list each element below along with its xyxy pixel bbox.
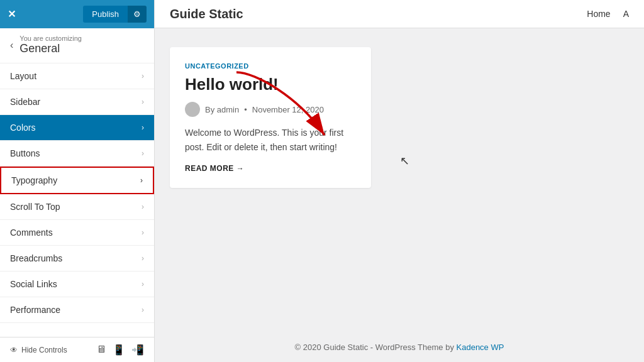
cursor: ↖: [400, 154, 409, 168]
context-subtitle: You are customizing: [19, 35, 82, 42]
context-title: General: [19, 42, 82, 55]
sidebar-item-label: Social Links: [10, 279, 57, 289]
sidebar-navigation: Layout›Sidebar›Colors›Buttons›Typography…: [0, 63, 154, 337]
publish-settings-button[interactable]: ⚙: [128, 6, 147, 23]
chevron-right-icon: ›: [142, 123, 144, 132]
sidebar-item-sidebar[interactable]: Sidebar›: [0, 89, 154, 115]
footer-link[interactable]: Kadence WP: [457, 343, 504, 352]
hide-controls-label: Hide Controls: [21, 346, 67, 354]
post-date: November 12, 2020: [252, 105, 324, 114]
desktop-icon[interactable]: 🖥: [96, 344, 106, 356]
post-excerpt: Welcome to WordPress. This is your first…: [185, 126, 356, 154]
site-title: Guide Static: [170, 7, 243, 21]
sidebar-item-performance[interactable]: Performance›: [0, 297, 154, 323]
hide-controls-button[interactable]: 👁 Hide Controls: [10, 346, 67, 354]
sidebar-item-scroll-to-top[interactable]: Scroll To Top›: [0, 194, 154, 220]
sidebar-item-breadcrumbs[interactable]: Breadcrumbs›: [0, 246, 154, 272]
main-navigation: Home A: [587, 9, 629, 19]
eye-icon: 👁: [10, 346, 18, 354]
sidebar: ✕ Publish ⚙ ‹ You are customizing Genera…: [0, 0, 155, 362]
main-footer: © 2020 Guide Static - WordPress Theme by…: [155, 332, 644, 362]
chevron-right-icon: ›: [142, 305, 144, 314]
view-icons: 🖥 📱 📲: [96, 344, 144, 356]
chevron-right-icon: ›: [142, 72, 144, 80]
chevron-right-icon: ›: [142, 97, 144, 106]
main-content-area: Guide Static Home A UNCATEGORIZED Hello …: [155, 0, 644, 362]
footer-copyright: © 2020 Guide Static - WordPress Theme by: [295, 343, 457, 352]
main-content: UNCATEGORIZED Hello world! By admin • No…: [155, 28, 644, 332]
sidebar-item-label: Scroll To Top: [10, 202, 60, 212]
chevron-right-icon: ›: [142, 228, 144, 237]
sidebar-item-social-links[interactable]: Social Links›: [0, 272, 154, 297]
sidebar-item-label: Performance: [10, 305, 60, 315]
post-author: By admin: [205, 105, 239, 114]
sidebar-item-label: Layout: [10, 71, 36, 81]
sidebar-item-label: Sidebar: [10, 97, 40, 107]
sidebar-item-label: Buttons: [10, 148, 40, 158]
nav-home[interactable]: Home: [587, 9, 610, 19]
post-title: Hello world!: [185, 75, 356, 94]
chevron-right-icon: ›: [142, 280, 144, 288]
avatar: [185, 102, 200, 117]
main-header: Guide Static Home A: [155, 0, 644, 28]
tablet-icon[interactable]: 📱: [113, 344, 125, 356]
chevron-right-icon: ›: [142, 202, 144, 211]
nav-a[interactable]: A: [623, 9, 629, 19]
post-meta: By admin • November 12, 2020: [185, 102, 356, 117]
chevron-right-icon: ›: [142, 149, 144, 158]
sidebar-item-label: Breadcrumbs: [10, 253, 62, 263]
post-category: UNCATEGORIZED: [185, 62, 356, 70]
sidebar-item-label: Colors: [10, 123, 35, 133]
mobile-icon[interactable]: 📲: [131, 344, 144, 356]
chevron-right-icon: ›: [140, 176, 143, 185]
read-more-link[interactable]: READ MORE →: [185, 164, 356, 173]
chevron-right-icon: ›: [142, 254, 144, 263]
sidebar-header: ✕ Publish ⚙: [0, 0, 154, 28]
back-button[interactable]: ‹: [10, 40, 13, 51]
sidebar-footer: 👁 Hide Controls 🖥 📱 📲: [0, 337, 154, 362]
publish-button[interactable]: Publish: [83, 6, 128, 23]
post-card: UNCATEGORIZED Hello world! By admin • No…: [170, 47, 371, 188]
close-button[interactable]: ✕: [8, 8, 16, 20]
context-info: You are customizing General: [19, 35, 82, 55]
sidebar-item-label: Typography: [11, 175, 57, 185]
meta-separator: •: [244, 105, 247, 114]
sidebar-item-comments[interactable]: Comments›: [0, 220, 154, 246]
sidebar-context: ‹ You are customizing General: [0, 28, 154, 63]
sidebar-item-layout[interactable]: Layout›: [0, 63, 154, 89]
sidebar-item-label: Comments: [10, 228, 53, 238]
sidebar-item-buttons[interactable]: Buttons›: [0, 141, 154, 167]
sidebar-item-typography[interactable]: Typography›: [0, 167, 154, 194]
publish-group: Publish ⚙: [83, 6, 147, 23]
sidebar-item-colors[interactable]: Colors›: [0, 115, 154, 141]
